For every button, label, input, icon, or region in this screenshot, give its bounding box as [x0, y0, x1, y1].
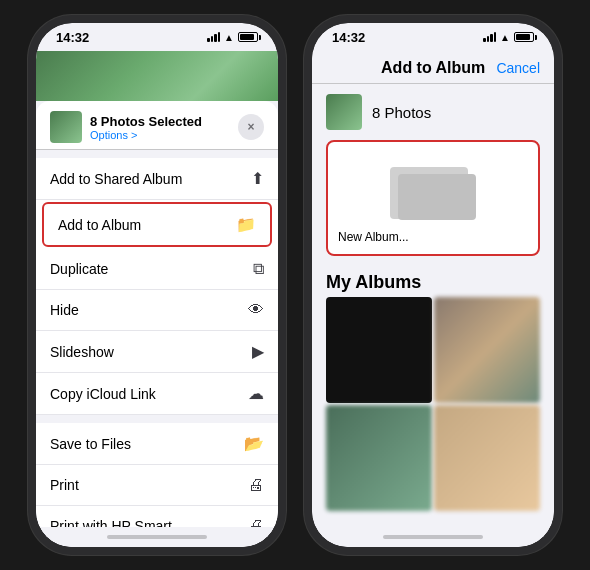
battery-icon [238, 32, 258, 42]
album-cell-3[interactable] [326, 405, 432, 511]
menu-item-hide-label: Hide [50, 302, 79, 318]
action-sheet: 8 Photos Selected Options > × Add to Sha… [36, 101, 278, 547]
menu-divider [36, 415, 278, 423]
slideshow-icon: ▶ [252, 342, 264, 361]
add-album-icon: 📁 [236, 215, 256, 234]
sheet-title: 8 Photos Selected [90, 114, 202, 129]
new-album-box[interactable]: New Album... [326, 140, 540, 256]
albums-grid [312, 297, 554, 511]
album-nav-title: Add to Album [381, 59, 485, 77]
status-time-left: 14:32 [56, 30, 89, 45]
album-cell-2[interactable] [434, 297, 540, 403]
menu-item-copy-link[interactable]: Copy iCloud Link ☁ [36, 373, 278, 415]
left-phone: 14:32 ▲ [28, 15, 286, 555]
wallpaper-left [36, 51, 278, 101]
album-cell-1[interactable] [326, 297, 432, 403]
duplicate-icon: ⧉ [253, 260, 264, 278]
status-bar-right: 14:32 ▲ [312, 23, 554, 51]
sheet-thumbnail [50, 111, 82, 143]
signal-icon-right [483, 32, 496, 42]
status-time-right: 14:32 [332, 30, 365, 45]
status-icons-left: ▲ [207, 32, 258, 43]
add-shared-icon: ⬆ [251, 169, 264, 188]
album-photos-count: 8 Photos [372, 104, 431, 121]
menu-item-duplicate[interactable]: Duplicate ⧉ [36, 249, 278, 290]
files-icon: 📂 [244, 434, 264, 453]
menu-item-slideshow[interactable]: Slideshow ▶ [36, 331, 278, 373]
sheet-header-info: 8 Photos Selected Options > [90, 114, 202, 141]
album-header-thumbnail [326, 94, 362, 130]
home-indicator-left [36, 527, 278, 547]
svg-rect-1 [398, 174, 476, 220]
signal-icon [207, 32, 220, 42]
sheet-header: 8 Photos Selected Options > × [36, 101, 278, 150]
my-albums-header: My Albums [312, 266, 554, 297]
print-hp-icon: 🖨 [248, 517, 264, 527]
menu-item-hide[interactable]: Hide 👁 [36, 290, 278, 331]
menu-item-add-album[interactable]: Add to Album 📁 [42, 202, 272, 247]
battery-icon-right [514, 32, 534, 42]
left-screen: 14:32 ▲ [36, 23, 278, 547]
menu-item-add-shared[interactable]: Add to Shared Album ⬆ [36, 158, 278, 200]
menu-item-print[interactable]: Print 🖨 [36, 465, 278, 506]
close-icon: × [247, 121, 254, 133]
menu-item-add-album-label: Add to Album [58, 217, 141, 233]
cloud-icon: ☁ [248, 384, 264, 403]
menu-item-copy-link-label: Copy iCloud Link [50, 386, 156, 402]
menu-item-add-shared-label: Add to Shared Album [50, 171, 182, 187]
home-indicator-right [312, 527, 554, 547]
status-bar-left: 14:32 ▲ [36, 23, 278, 51]
menu-item-slideshow-label: Slideshow [50, 344, 114, 360]
album-cancel-button[interactable]: Cancel [496, 60, 540, 76]
status-icons-right: ▲ [483, 32, 534, 43]
album-nav: Add to Album Cancel [312, 51, 554, 84]
album-content: 8 Photos New Album... My Albums [312, 84, 554, 527]
sheet-options-link[interactable]: Options > [90, 129, 202, 141]
right-phone: 14:32 ▲ Add to Album Cancel [304, 15, 562, 555]
menu-item-save-files-label: Save to Files [50, 436, 131, 452]
menu-item-print-hp-label: Print with HP Smart [50, 518, 172, 527]
sheet-close-button[interactable]: × [238, 114, 264, 140]
home-bar-right [383, 535, 483, 539]
album-header-row: 8 Photos [312, 84, 554, 140]
sheet-header-left: 8 Photos Selected Options > [50, 111, 202, 143]
menu-item-duplicate-label: Duplicate [50, 261, 108, 277]
hide-icon: 👁 [248, 301, 264, 319]
menu-item-print-label: Print [50, 477, 79, 493]
new-album-icon [388, 152, 478, 222]
home-bar [107, 535, 207, 539]
menu-list: Add to Shared Album ⬆ Add to Album 📁 Dup… [36, 158, 278, 527]
new-album-label: New Album... [338, 230, 409, 244]
menu-item-print-hp[interactable]: Print with HP Smart 🖨 [36, 506, 278, 527]
album-cell-4[interactable] [434, 405, 540, 511]
wifi-icon-right: ▲ [500, 32, 510, 43]
right-screen: 14:32 ▲ Add to Album Cancel [312, 23, 554, 547]
print-icon: 🖨 [248, 476, 264, 494]
menu-item-save-files[interactable]: Save to Files 📂 [36, 423, 278, 465]
wifi-icon: ▲ [224, 32, 234, 43]
